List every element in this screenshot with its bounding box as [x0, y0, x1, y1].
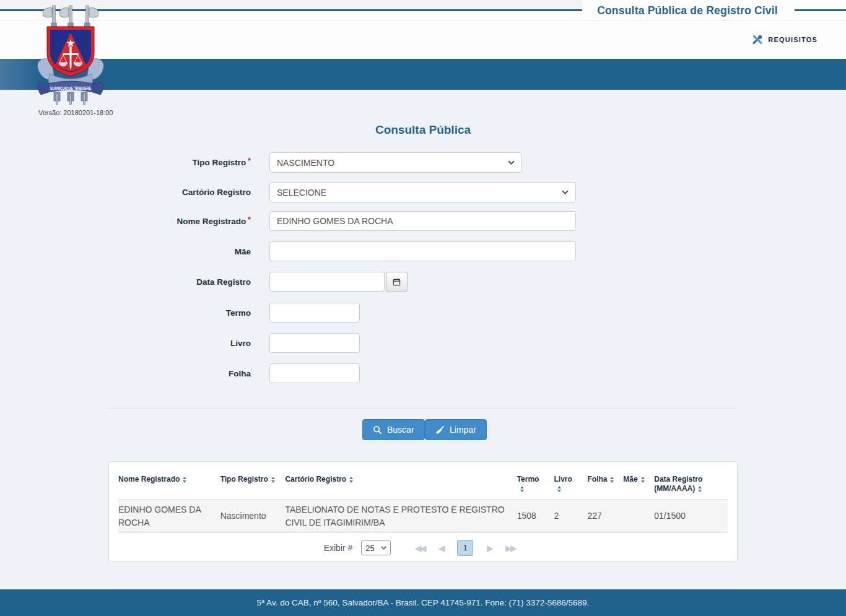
tipo-registro-value: NASCIMENTO: [277, 158, 334, 168]
col-header-tipo-registro[interactable]: Tipo Registro: [220, 475, 286, 484]
consulta-publica-page: Consulta Pública de Registro Civil REQUI…: [0, 0, 846, 616]
limpar-button[interactable]: Limpar: [425, 419, 487, 440]
required-mark: *: [248, 215, 251, 224]
cell-nome-registrado: EDINHO GOMES DA ROCHA: [118, 503, 220, 529]
sort-icon: [557, 486, 561, 492]
buscar-button[interactable]: Buscar: [362, 419, 425, 440]
sort-icon: [520, 486, 524, 492]
cell-cartorio-registro: TABELIONATO DE NOTAS E PROTESTO E REGIST…: [285, 503, 517, 529]
broom-icon: [435, 425, 445, 435]
col-header-mae[interactable]: Mãe: [623, 475, 654, 484]
termo-input[interactable]: [269, 303, 360, 323]
mae-label: Mãe: [108, 247, 251, 256]
header-banner: [0, 59, 846, 90]
label-text: Mãe: [235, 247, 251, 256]
col-label: Nome Registrado: [118, 475, 180, 484]
footer: 5ª Av. do CAB, nº 560, Salvador/BA - Bra…: [0, 589, 846, 616]
termo-label: Termo: [108, 308, 251, 318]
header-sub-rule: [0, 20, 846, 21]
header-rule-right: [795, 9, 846, 11]
sort-icon: [349, 477, 353, 483]
last-page-button[interactable]: ▶▶: [505, 544, 515, 553]
table-row: EDINHO GOMES DA ROCHA Nascimento TABELIO…: [118, 499, 728, 533]
cell-livro: 2: [554, 510, 588, 523]
cartorio-registro-select[interactable]: SELECIONE: [269, 182, 576, 202]
version-text: Versão: 20180201-18:00: [38, 109, 113, 116]
buscar-label: Buscar: [387, 425, 414, 435]
coat-of-arms-icon: SUUMCUIQUE TRIBUERE: [33, 2, 108, 108]
folha-label: Folha: [108, 369, 251, 378]
prev-page-button[interactable]: ◀: [438, 544, 443, 553]
nome-registrado-label: Nome Registrado*: [108, 217, 251, 226]
logo-motto: SUUMCUIQUE TRIBUERE: [50, 86, 92, 91]
sort-icon: [610, 477, 614, 483]
label-text: Livro: [230, 339, 251, 348]
chevron-down-icon: [508, 160, 515, 165]
label-text: Folha: [229, 369, 251, 378]
data-registro-label: Data Registro: [108, 277, 251, 287]
cell-data-registro: 01/1500: [654, 510, 728, 523]
next-page-button[interactable]: ▶: [487, 544, 492, 553]
label-text: Termo: [226, 308, 251, 318]
cell-tipo-registro: Nascimento: [220, 510, 286, 523]
livro-label: Livro: [108, 339, 251, 348]
cartorio-registro-value: SELECIONE: [277, 188, 326, 197]
col-label: Tipo Registro: [220, 475, 268, 484]
calendar-icon: [393, 278, 401, 286]
tipo-registro-select[interactable]: NASCIMENTO: [269, 152, 522, 173]
sort-icon: [641, 477, 645, 483]
requisitos-link[interactable]: REQUISITOS: [752, 35, 818, 45]
col-label: Data Registro (MM/AAAA): [654, 475, 702, 493]
sort-icon: [271, 477, 275, 483]
exibir-label: Exibir #: [324, 543, 353, 553]
data-registro-input[interactable]: [269, 272, 385, 292]
calendar-button[interactable]: [386, 272, 408, 292]
chevron-down-icon: [562, 190, 569, 194]
col-label: Folha: [587, 475, 607, 484]
sort-icon: [698, 486, 702, 492]
cell-termo: 1508: [517, 510, 554, 523]
livro-input[interactable]: [269, 333, 360, 353]
col-label: Livro: [554, 475, 572, 484]
label-text: Tipo Registro: [193, 158, 246, 167]
page-size-select[interactable]: 25: [361, 540, 391, 555]
tools-icon: [752, 35, 763, 45]
cartorio-registro-label: Cartório Registro: [108, 188, 251, 197]
chevron-down-icon: [381, 546, 386, 550]
nome-registrado-input[interactable]: [269, 211, 576, 231]
label-text: Data Registro: [196, 277, 251, 287]
col-header-nome-registrado[interactable]: Nome Registrado: [118, 475, 220, 484]
pagination: Exibir # 25 ◀◀ ◀ 1 ▶ ▶▶: [118, 540, 728, 556]
footer-address: 5ª Av. do CAB, nº 560, Salvador/BA - Bra…: [257, 598, 590, 607]
form-divider: [107, 408, 739, 409]
folha-input[interactable]: [269, 363, 360, 383]
results-panel: Nome Registrado Tipo Registro Cartório R…: [108, 461, 738, 562]
page-title: Consulta Pública de Registro Civil: [585, 4, 790, 17]
tjba-logo: SUUMCUIQUE TRIBUERE: [33, 2, 108, 108]
page-size-value: 25: [365, 544, 374, 553]
col-header-livro[interactable]: Livro: [554, 475, 588, 493]
col-label: Mãe: [623, 475, 637, 484]
mae-input[interactable]: [269, 241, 576, 261]
table-header-row: Nome Registrado Tipo Registro Cartório R…: [118, 467, 728, 499]
label-text: Nome Registrado: [177, 217, 246, 226]
tipo-registro-label: Tipo Registro*: [108, 158, 251, 167]
col-label: Cartório Registro: [285, 475, 346, 484]
search-icon: [373, 425, 382, 435]
label-text: Cartório Registro: [182, 188, 251, 197]
requisitos-label: REQUISITOS: [768, 36, 818, 43]
first-page-button[interactable]: ◀◀: [415, 544, 425, 553]
col-header-data-registro[interactable]: Data Registro (MM/AAAA): [654, 475, 728, 493]
required-mark: *: [248, 157, 251, 165]
col-header-termo[interactable]: Termo: [517, 475, 554, 493]
col-header-cartorio-registro[interactable]: Cartório Registro: [285, 475, 517, 484]
sort-icon: [183, 477, 186, 483]
current-page-button[interactable]: 1: [457, 540, 473, 556]
cell-folha: 227: [587, 510, 623, 523]
form-title: Consulta Pública: [0, 123, 846, 137]
col-header-folha[interactable]: Folha: [587, 475, 623, 484]
col-label: Termo: [517, 475, 539, 484]
limpar-label: Limpar: [450, 425, 476, 435]
